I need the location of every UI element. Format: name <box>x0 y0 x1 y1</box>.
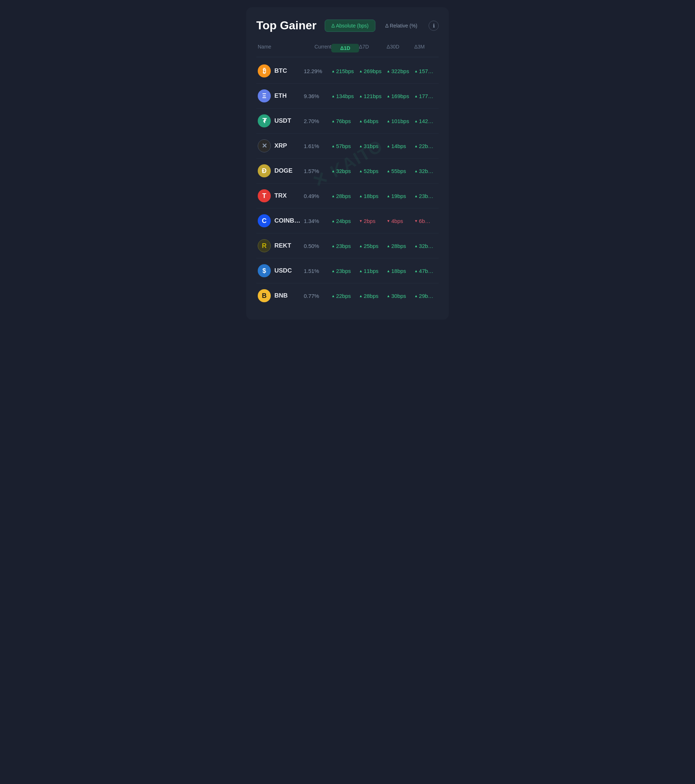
coin-icon: Ξ <box>258 89 271 102</box>
d30-value: ▲ 322bps <box>387 68 414 74</box>
d3m-value: ▲ 32b… <box>414 243 437 249</box>
d1-value: ▲ 22bps <box>331 293 359 299</box>
d3m-value: ▲ 177… <box>414 93 437 99</box>
d7-value: ▲ 121bps <box>359 93 387 99</box>
d3m-value: ▼ 6b… <box>414 218 437 224</box>
d30-value: ▲ 55bps <box>387 168 414 174</box>
coin-name: TRX <box>274 192 287 199</box>
table-row[interactable]: CCOINB…1.34%▲ 24bps▼ 2bps▼ 4bps▼ 6b… <box>256 209 439 234</box>
d30-value: ▼ 4bps <box>387 218 414 224</box>
d7-value: ▲ 52bps <box>359 168 387 174</box>
d3m-value: ▲ 29b… <box>414 293 437 299</box>
table-row[interactable]: ΞETH9.36%▲ 134bps▲ 121bps▲ 169bps▲ 177… <box>256 84 439 109</box>
coin-icon: B <box>258 289 271 302</box>
table-row[interactable]: ₿BTC12.29%▲ 215bps▲ 269bps▲ 322bps▲ 157… <box>256 59 439 84</box>
current-value: 1.61% <box>304 143 331 149</box>
page-title: Top Gainer <box>256 19 317 32</box>
d1-value: ▲ 32bps <box>331 168 359 174</box>
coin-cell: ÐDOGE <box>258 164 304 177</box>
toggle-relative-button[interactable]: Δ Relative (%) <box>378 20 424 32</box>
coin-name: USDC <box>274 267 292 274</box>
d30-value: ▲ 18bps <box>387 268 414 274</box>
d7-value: ▲ 25bps <box>359 243 387 249</box>
table-row[interactable]: BBNB0.77%▲ 22bps▲ 28bps▲ 30bps▲ 29b… <box>256 283 439 308</box>
d1-value: ▲ 57bps <box>331 143 359 149</box>
d3m-value: ▲ 157… <box>414 68 437 74</box>
current-value: 0.50% <box>304 243 331 249</box>
d1-value: ▲ 134bps <box>331 93 359 99</box>
current-value: 1.57% <box>304 168 331 174</box>
coin-icon: T <box>258 189 271 203</box>
d3m-value: ▲ 142… <box>414 118 437 124</box>
card-header: Top Gainer Δ Absolute (bps) Δ Relative (… <box>256 19 439 32</box>
current-value: 1.34% <box>304 218 331 224</box>
coin-icon: R <box>258 239 271 252</box>
table-body: ₿BTC12.29%▲ 215bps▲ 269bps▲ 322bps▲ 157…… <box>256 59 439 308</box>
table-row[interactable]: RREKT0.50%▲ 23bps▲ 25bps▲ 28bps▲ 32b… <box>256 234 439 259</box>
d1-value: ▲ 76bps <box>331 118 359 124</box>
coin-cell: ✕XRP <box>258 139 304 152</box>
toggle-absolute-button[interactable]: Δ Absolute (bps) <box>325 20 376 32</box>
info-icon-button[interactable]: ℹ <box>428 21 439 31</box>
col-header-d1[interactable]: Δ1D <box>331 44 359 53</box>
d1-value: ▲ 24bps <box>331 218 359 224</box>
coin-icon: ₿ <box>258 64 271 77</box>
d30-value: ▲ 14bps <box>387 143 414 149</box>
coin-name: COINB… <box>274 217 300 224</box>
col-header-name: Name <box>258 44 304 53</box>
d30-value: ▲ 169bps <box>387 93 414 99</box>
toggle-group: Δ Absolute (bps) Δ Relative (%) ℹ <box>325 20 439 32</box>
d7-value: ▲ 28bps <box>359 293 387 299</box>
coin-name: DOGE <box>274 167 293 175</box>
coin-name: REKT <box>274 242 291 249</box>
d1-value: ▲ 28bps <box>331 193 359 199</box>
d7-value: ▲ 18bps <box>359 193 387 199</box>
d3m-value: ▲ 32b… <box>414 168 437 174</box>
d1-value: ▲ 215bps <box>331 68 359 74</box>
coin-cell: BBNB <box>258 289 304 302</box>
coin-cell: $USDC <box>258 264 304 277</box>
d1-value: ▲ 23bps <box>331 268 359 274</box>
current-value: 12.29% <box>304 68 331 74</box>
col-header-d7[interactable]: Δ7D <box>359 44 387 53</box>
coin-name: XRP <box>274 142 287 150</box>
coin-name: BNB <box>274 292 288 299</box>
coin-name: BTC <box>274 68 287 74</box>
col-header-d30[interactable]: Δ30D <box>387 44 414 53</box>
table-row[interactable]: ✕XRP1.61%▲ 57bps▲ 31bps▲ 14bps▲ 22b… <box>256 133 439 158</box>
d3m-value: ▲ 47b… <box>414 268 437 274</box>
coin-name: USDT <box>274 117 291 125</box>
coin-icon: C <box>258 214 271 227</box>
coin-name: ETH <box>274 92 287 100</box>
coin-icon: ✕ <box>258 139 271 152</box>
current-value: 0.77% <box>304 293 331 299</box>
d3m-value: ▲ 23b… <box>414 193 437 199</box>
coin-cell: CCOINB… <box>258 214 304 227</box>
table-row[interactable]: TTRX0.49%▲ 28bps▲ 18bps▲ 19bps▲ 23b… <box>256 183 439 209</box>
d30-value: ▲ 101bps <box>387 118 414 124</box>
d7-value: ▲ 64bps <box>359 118 387 124</box>
coin-icon: $ <box>258 264 271 277</box>
d30-value: ▲ 30bps <box>387 293 414 299</box>
d30-value: ▲ 28bps <box>387 243 414 249</box>
current-value: 9.36% <box>304 93 331 99</box>
d7-value: ▲ 31bps <box>359 143 387 149</box>
current-value: 1.51% <box>304 268 331 274</box>
coin-cell: ΞETH <box>258 89 304 102</box>
coin-icon: Ð <box>258 164 271 177</box>
table-row[interactable]: ÐDOGE1.57%▲ 32bps▲ 52bps▲ 55bps▲ 32b… <box>256 158 439 183</box>
top-gainer-card: ✕ KAITO Top Gainer Δ Absolute (bps) Δ Re… <box>246 7 449 320</box>
coin-cell: TTRX <box>258 189 304 203</box>
d1-value: ▲ 23bps <box>331 243 359 249</box>
table-row[interactable]: $USDC1.51%▲ 23bps▲ 11bps▲ 18bps▲ 47b… <box>256 259 439 283</box>
table-row[interactable]: ₮USDT2.70%▲ 76bps▲ 64bps▲ 101bps▲ 142… <box>256 109 439 133</box>
current-value: 0.49% <box>304 193 331 199</box>
current-value: 2.70% <box>304 118 331 124</box>
col-header-current: Current <box>304 44 331 53</box>
col-header-d3m[interactable]: Δ3M <box>414 44 437 53</box>
table-header: Name Current Δ1D Δ7D Δ30D Δ3M <box>256 44 439 57</box>
coin-icon: ₮ <box>258 114 271 127</box>
d7-value: ▲ 11bps <box>359 268 387 274</box>
d7-value: ▲ 269bps <box>359 68 387 74</box>
d7-value: ▼ 2bps <box>359 218 387 224</box>
